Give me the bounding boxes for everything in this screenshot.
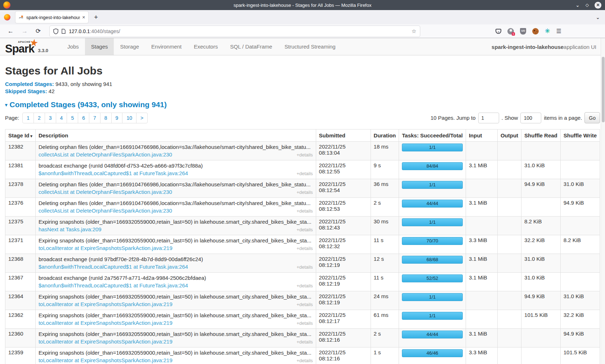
submitted-cell: 2022/11/25 08:12:16 bbox=[316, 329, 371, 347]
details-toggle[interactable]: +details bbox=[296, 245, 313, 252]
stage-detail-link[interactable]: $anonfun$withThreadLocalCaptured$1 at Fu… bbox=[39, 263, 188, 270]
details-toggle[interactable]: +details bbox=[296, 151, 313, 158]
page-label: Page: bbox=[5, 115, 19, 121]
duration-cell: 61 ms bbox=[371, 310, 399, 329]
shuffle-write-cell: 31.0 KiB bbox=[560, 291, 600, 310]
page-button-8[interactable]: 8 bbox=[100, 113, 111, 123]
nav-tab-stages[interactable]: Stages bbox=[85, 38, 114, 55]
details-toggle[interactable]: +details bbox=[296, 264, 313, 270]
nav-tab-environment[interactable]: Environment bbox=[145, 38, 188, 55]
stage-detail-link[interactable]: toLocalIterator at ExpireSnapshotsSparkA… bbox=[39, 319, 172, 326]
nav-tab-executors[interactable]: Executors bbox=[188, 38, 224, 55]
submitted-cell: 2022/11/25 08:12:55 bbox=[316, 160, 371, 179]
reload-button[interactable]: ⟳ bbox=[36, 27, 41, 35]
column-header-submitted[interactable]: Submitted bbox=[316, 129, 371, 142]
items-per-page-input[interactable] bbox=[520, 113, 541, 123]
back-button[interactable]: ← bbox=[8, 28, 14, 35]
pocket-icon[interactable]: ⌄ bbox=[496, 29, 501, 34]
completed-stages-section-header[interactable]: ▾ Completed Stages (9433, only showing 9… bbox=[5, 100, 600, 109]
column-header-output[interactable]: Output bbox=[497, 129, 521, 142]
account-icon[interactable] bbox=[507, 28, 514, 35]
nav-tab-jobs[interactable]: Jobs bbox=[61, 38, 85, 55]
stage-description-cell: broadcast exchange (runId 2a75677f-a771-… bbox=[35, 273, 316, 291]
stage-id-cell: 12359 bbox=[5, 347, 36, 364]
window-title: spark-ingest-into-lakehouse - Stages for… bbox=[0, 3, 605, 8]
stage-detail-link[interactable]: collectAsList at DeleteOrphanFilesSparkA… bbox=[39, 207, 172, 214]
column-header-tasks-succeeded-total[interactable]: Tasks: Succeeded/Total bbox=[399, 129, 466, 142]
tracking-protection-shield-icon[interactable] bbox=[53, 28, 58, 34]
spark-logo[interactable]: APACHE Spark ★ 3.3.0 bbox=[0, 38, 55, 55]
page-info-icon[interactable] bbox=[62, 29, 66, 34]
page-button-10[interactable]: 10 bbox=[122, 113, 136, 123]
completed-stages-link[interactable]: Completed Stages: bbox=[5, 81, 54, 87]
table-header-row: Stage Id▾DescriptionSubmittedDurationTas… bbox=[5, 129, 600, 142]
column-header-shuffle-write[interactable]: Shuffle Write bbox=[560, 129, 600, 142]
application-name: spark-ingest-into-lakehouse bbox=[492, 44, 564, 50]
duration-cell: 24 ms bbox=[371, 291, 399, 310]
stage-description: Expiring snapshots (older_than=166932055… bbox=[39, 331, 313, 337]
stage-description-cell: Deleting orphan files (older_than=166910… bbox=[35, 142, 316, 160]
page-scrollbar bbox=[601, 38, 605, 364]
column-header-description[interactable]: Description bbox=[35, 129, 316, 142]
page-button-3[interactable]: 3 bbox=[45, 113, 56, 123]
next-page-button[interactable]: > bbox=[136, 113, 147, 123]
column-header-duration[interactable]: Duration bbox=[371, 129, 399, 142]
page-button-9[interactable]: 9 bbox=[111, 113, 122, 123]
minimize-button[interactable]: ⌄ bbox=[575, 3, 580, 8]
list-all-tabs-icon[interactable]: ⌄ bbox=[596, 14, 600, 20]
close-button[interactable]: ✕ bbox=[595, 2, 601, 9]
details-toggle[interactable]: +details bbox=[296, 282, 313, 289]
stage-detail-link[interactable]: toLocalIterator at ExpireSnapshotsSparkA… bbox=[39, 338, 172, 345]
details-toggle[interactable]: +details bbox=[296, 170, 313, 177]
go-button[interactable]: Go bbox=[584, 112, 600, 123]
stage-description: broadcast exchange (runId 97bdf70e-2f28-… bbox=[39, 256, 313, 263]
stage-detail-link[interactable]: $anonfun$withThreadLocalCaptured$1 at Fu… bbox=[39, 282, 188, 289]
tasks-progress-bar: 46/46 bbox=[402, 349, 463, 357]
stage-detail-link[interactable]: toLocalIterator at ExpireSnapshotsSparkA… bbox=[39, 301, 172, 308]
page-button-4[interactable]: 4 bbox=[56, 113, 67, 123]
maximize-button[interactable]: ◇ bbox=[586, 3, 589, 7]
url-bar[interactable]: 127.0.0.1:4040/stages/ ☆ bbox=[50, 26, 420, 37]
extension-asterisk-icon[interactable]: ✳ bbox=[545, 27, 550, 35]
stage-detail-link[interactable]: collectAsList at DeleteOrphanFilesSparkA… bbox=[39, 188, 172, 195]
details-toggle[interactable]: +details bbox=[296, 226, 313, 233]
shuffle-read-cell: 94.9 KiB bbox=[521, 179, 561, 198]
details-toggle[interactable]: +details bbox=[296, 189, 313, 196]
details-toggle[interactable]: +details bbox=[296, 357, 313, 364]
new-tab-button[interactable]: + bbox=[94, 13, 98, 21]
hamburger-menu-icon[interactable]: ☰ bbox=[556, 28, 561, 35]
cookie-extension-icon[interactable] bbox=[532, 28, 539, 35]
details-toggle[interactable]: +details bbox=[296, 338, 313, 345]
page-button-6[interactable]: 6 bbox=[78, 113, 89, 123]
stage-detail-link[interactable]: toLocalIterator at ExpireSnapshotsSparkA… bbox=[39, 245, 172, 251]
details-toggle[interactable]: +details bbox=[296, 320, 313, 327]
page-button-1[interactable]: 1 bbox=[23, 113, 33, 123]
stage-detail-link[interactable]: $anonfun$withThreadLocalCaptured$1 at Fu… bbox=[39, 170, 188, 177]
details-toggle[interactable]: +details bbox=[296, 301, 313, 308]
browser-tab[interactable]: spark-ingest-into-lakehous ✕ bbox=[15, 12, 88, 23]
page-button-2[interactable]: 2 bbox=[33, 113, 45, 123]
details-toggle[interactable]: +details bbox=[296, 208, 313, 214]
column-header-stage-id[interactable]: Stage Id▾ bbox=[5, 129, 36, 142]
nav-tab-storage[interactable]: Storage bbox=[114, 38, 145, 55]
tasks-progress-bar: 1/1 bbox=[402, 144, 463, 151]
scrollbar-thumb[interactable] bbox=[602, 57, 605, 122]
ublock-origin-icon[interactable]: UO bbox=[520, 28, 526, 35]
page-button-7[interactable]: 7 bbox=[89, 113, 100, 123]
nav-tab-structured-streaming[interactable]: Structured Streaming bbox=[278, 38, 342, 55]
shuffle-write-cell: 94.9 KiB bbox=[560, 329, 600, 347]
page-button-5[interactable]: 5 bbox=[67, 113, 78, 123]
column-header-input[interactable]: Input bbox=[466, 129, 497, 142]
tasks-progress-bar: 1/1 bbox=[402, 312, 463, 320]
stage-detail-link[interactable]: toLocalIterator at ExpireSnapshotsSparkA… bbox=[39, 357, 172, 364]
tasks-cell: 1/1 bbox=[399, 291, 466, 310]
stage-id-cell: 12362 bbox=[5, 310, 36, 329]
tab-close-icon[interactable]: ✕ bbox=[82, 15, 85, 20]
stage-detail-link[interactable]: hasNext at Tasks.java:209 bbox=[39, 226, 102, 233]
jump-to-page-input[interactable] bbox=[478, 113, 499, 123]
nav-tab-sql-dataframe[interactable]: SQL / DataFrame bbox=[224, 38, 278, 55]
bookmark-star-icon[interactable]: ☆ bbox=[412, 28, 416, 35]
stage-detail-link[interactable]: collectAsList at DeleteOrphanFilesSparkA… bbox=[39, 151, 172, 158]
skipped-stages-link[interactable]: Skipped Stages: bbox=[5, 88, 47, 94]
column-header-shuffle-read[interactable]: Shuffle Read bbox=[521, 129, 561, 142]
